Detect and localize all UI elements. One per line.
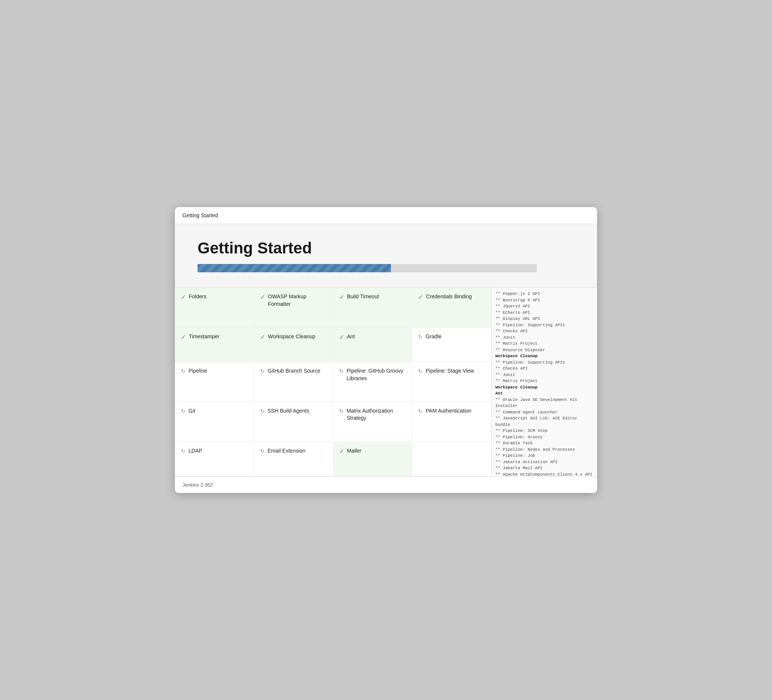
log-line: ** Durable Task bbox=[495, 440, 593, 447]
page-title: Getting Started bbox=[198, 239, 574, 257]
plugin-cell: ✓Ant bbox=[333, 328, 412, 362]
plugin-cell: ↻Gradle bbox=[412, 328, 491, 362]
plugin-name: Folders bbox=[189, 293, 206, 301]
log-line: ** JavaScript GUI Lib: ACE Editor bundle bbox=[495, 415, 593, 428]
spinner-icon: ↻ bbox=[260, 408, 265, 414]
plugin-name: Matrix Authorization Strategy bbox=[347, 407, 406, 422]
log-line: ** Jakarta Mail API bbox=[495, 465, 593, 471]
spinner-icon: ↻ bbox=[181, 368, 185, 374]
check-icon: ✓ bbox=[339, 333, 344, 341]
log-line: ** Resource Disposer bbox=[495, 347, 593, 353]
plugin-cell: ↻Git bbox=[175, 402, 254, 442]
spinner-icon: ↻ bbox=[339, 408, 344, 414]
plugin-name: GitHub Branch Source bbox=[268, 367, 321, 375]
log-line: ** Matrix Project bbox=[495, 341, 593, 347]
log-panel: ** Popper.js 2 API** Bootstrap 5 API** J… bbox=[492, 288, 597, 476]
spinner-icon: ↻ bbox=[418, 408, 422, 414]
log-line: ** JUnit bbox=[495, 372, 593, 378]
log-line: ** Pipeline: SCM Step bbox=[495, 428, 593, 434]
plugin-cell: ↻Matrix Authorization Strategy bbox=[333, 402, 412, 442]
plugin-name: PAM Authentication bbox=[425, 407, 471, 415]
plugin-name: Gradle bbox=[425, 333, 442, 341]
plugin-cell: ✓Timestamper bbox=[175, 328, 254, 362]
log-line: ** Pipeline: Nodes and Processes bbox=[495, 447, 593, 453]
plugin-cell: ✓OWASP Markup Formatter bbox=[254, 288, 333, 328]
check-icon: ✓ bbox=[339, 293, 344, 301]
plugin-cell: ↻Email Extension bbox=[254, 442, 333, 477]
plugin-name: Timestamper bbox=[189, 333, 219, 341]
log-line: ** Oracle Java SE Development Kit Instal… bbox=[495, 397, 593, 409]
plugin-cell: ↻PAM Authentication bbox=[412, 402, 491, 442]
plugin-cell bbox=[412, 442, 491, 477]
footer: Jenkins 2.362 bbox=[175, 476, 597, 493]
log-line: ** Matrix Project bbox=[495, 378, 593, 384]
progress-bar-container bbox=[198, 264, 537, 272]
plugin-name: Mailer bbox=[347, 447, 361, 455]
plugin-cell: ↻SSH Build Agents bbox=[254, 402, 333, 442]
log-line: ** Apache HttpComponents Client 4.x API bbox=[495, 471, 593, 477]
hero-section: Getting Started bbox=[175, 224, 597, 287]
plugin-name: OWASP Markup Formatter bbox=[268, 293, 327, 308]
jenkins-version: Jenkins 2.362 bbox=[182, 482, 213, 488]
plugin-cell: ↻Pipeline: Stage View bbox=[412, 362, 491, 402]
plugin-cell: ↻Pipeline: GitHub Groovy Libraries bbox=[333, 362, 412, 402]
spinner-icon: ↻ bbox=[181, 448, 185, 454]
title-bar: Getting Started bbox=[175, 207, 597, 224]
plugin-cell: ✓Build Timeout bbox=[333, 288, 412, 328]
check-icon: ✓ bbox=[181, 293, 186, 301]
log-line: ** Jakarta Activation API bbox=[495, 459, 593, 466]
plugin-cell: ✓Workspace Cleanup bbox=[254, 328, 333, 362]
log-line: ** Popper.js 2 API bbox=[495, 291, 593, 297]
plugin-name: Email Extension bbox=[268, 447, 305, 455]
check-icon: ✓ bbox=[260, 293, 265, 301]
spinner-icon: ↻ bbox=[260, 368, 265, 374]
check-icon: ✓ bbox=[418, 293, 423, 301]
log-line: ** Pipeline: Job bbox=[495, 452, 593, 459]
plugin-cell: ↻GitHub Branch Source bbox=[254, 362, 333, 402]
spinner-icon: ↻ bbox=[260, 448, 265, 454]
log-line: ** Pipeline: Supporting APIs bbox=[495, 359, 593, 366]
log-line: Ant bbox=[495, 390, 593, 397]
plugin-cell: ✓Credentials Binding bbox=[412, 288, 491, 328]
progress-bar-fill bbox=[198, 264, 391, 272]
log-line: ** Checks API bbox=[495, 366, 593, 372]
spinner-icon: ↻ bbox=[418, 334, 422, 340]
log-line: Workspace Cleanup bbox=[495, 384, 593, 391]
log-line: ** JUnit bbox=[495, 334, 593, 341]
log-line: ** JQuery3 API bbox=[495, 303, 593, 310]
log-line: ** Command Agent Launcher bbox=[495, 409, 593, 416]
check-icon: ✓ bbox=[339, 448, 344, 455]
log-line: ** ECharts API bbox=[495, 310, 593, 316]
plugins-grid: ✓Folders✓OWASP Markup Formatter✓Build Ti… bbox=[175, 288, 492, 476]
log-line: ** Checks API bbox=[495, 328, 593, 334]
plugin-cell: ✓Mailer bbox=[333, 442, 412, 477]
check-icon: ✓ bbox=[181, 333, 186, 341]
plugin-cell: ↻Pipeline bbox=[175, 362, 254, 402]
log-line: Workspace Cleanup bbox=[495, 353, 593, 359]
plugin-name: Pipeline: GitHub Groovy Libraries bbox=[347, 367, 406, 382]
spinner-icon: ↻ bbox=[339, 368, 344, 374]
check-icon: ✓ bbox=[260, 333, 265, 341]
plugin-name: Workspace Cleanup bbox=[268, 333, 316, 341]
spinner-icon: ↻ bbox=[418, 368, 422, 374]
main-window: Getting Started Getting Started ✓Folders… bbox=[175, 207, 597, 493]
plugin-name: LDAP bbox=[188, 447, 203, 455]
plugin-name: Ant bbox=[347, 333, 355, 341]
log-line: ** Pipeline: Supporting APIs bbox=[495, 322, 593, 328]
plugin-cell: ↻LDAP bbox=[175, 442, 254, 477]
log-line: ** Pipeline: Groovy bbox=[495, 434, 593, 441]
plugins-section: ✓Folders✓OWASP Markup Formatter✓Build Ti… bbox=[175, 287, 597, 476]
spinner-icon: ↻ bbox=[181, 408, 185, 414]
plugin-name: Build Timeout bbox=[347, 293, 379, 301]
plugin-cell: ✓Folders bbox=[175, 288, 254, 328]
plugin-name: Pipeline: Stage View bbox=[425, 367, 474, 375]
plugin-name: SSH Build Agents bbox=[268, 407, 309, 415]
window-title: Getting Started bbox=[182, 212, 218, 218]
plugin-name: Git bbox=[188, 407, 195, 415]
plugin-name: Pipeline bbox=[188, 367, 207, 375]
log-line: ** Display URL API bbox=[495, 316, 593, 322]
plugin-name: Credentials Binding bbox=[426, 293, 471, 301]
log-line: ** Bootstrap 5 API bbox=[495, 297, 593, 303]
